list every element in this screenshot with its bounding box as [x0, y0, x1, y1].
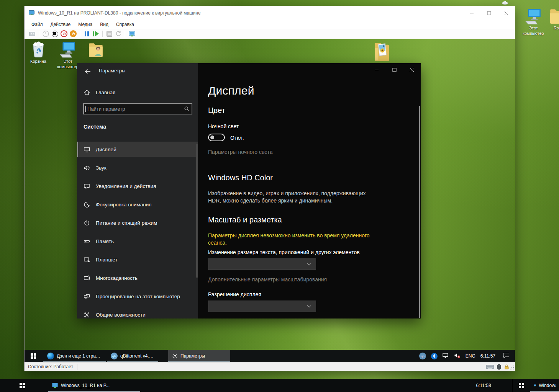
settings-maximize-button[interactable]	[385, 63, 403, 76]
notifications-icon	[84, 183, 90, 189]
sidebar-item-sound[interactable]: Звук	[77, 160, 198, 175]
menu-view[interactable]: Вид	[96, 21, 112, 28]
sidebar-item-label: Питание и спящий режим	[96, 220, 157, 226]
sidebar-item-notifications[interactable]: Уведомления и действия	[77, 178, 198, 194]
main-scrollbar[interactable]	[419, 106, 420, 318]
sidebar-item-storage[interactable]: Память	[77, 234, 198, 249]
host-desktop-icon-folder[interactable]: Ron	[543, 8, 559, 31]
back-button[interactable]	[82, 67, 92, 76]
sidebar-item-label: Память	[96, 238, 114, 244]
sidebar-item-projecting[interactable]: Проецирование на этот компьютер	[77, 289, 198, 304]
settings-close-button[interactable]	[403, 63, 421, 76]
gear-icon	[172, 353, 178, 359]
menu-media[interactable]: Медиа	[74, 21, 96, 28]
menu-file[interactable]: Файл	[28, 21, 47, 28]
sidebar-item-shared-experiences[interactable]: Общие возможности	[77, 307, 198, 318]
toolbar-separator	[39, 31, 39, 37]
volume-muted-icon[interactable]	[454, 353, 461, 360]
desktop-icon-label: Корзина	[25, 59, 53, 64]
language-indicator[interactable]: ENG	[466, 353, 475, 359]
back-arrow-icon	[84, 68, 91, 75]
search-icon	[184, 106, 189, 111]
lock-status-icon	[504, 364, 510, 370]
sidebar-scrollbar[interactable]	[196, 144, 198, 278]
sidebar-item-label: Звук	[96, 165, 107, 171]
save-vm-button[interactable]	[69, 29, 77, 38]
ctrl-alt-del-button[interactable]	[28, 29, 36, 38]
night-light-settings-link[interactable]: Параметры ночного света	[208, 149, 273, 155]
host-clock[interactable]: 6:11:58	[470, 379, 497, 392]
menu-help[interactable]: Справка	[112, 21, 138, 28]
sidebar-item-label: Общие возможности	[96, 312, 146, 318]
this-pc-icon	[524, 8, 543, 25]
statusbar-separator	[77, 364, 77, 370]
toggle-knob	[210, 136, 214, 139]
vm-start-button[interactable]	[25, 350, 42, 362]
vm-desktop-icon-user-folder[interactable]	[82, 41, 111, 59]
qbittorrent-icon: qb	[111, 353, 118, 359]
host-start-button[interactable]	[13, 379, 31, 392]
vm-minimize-button[interactable]	[463, 6, 480, 20]
vm-menubar: Файл Действие Медиа Вид Справка	[25, 20, 515, 29]
host-task-vm-window-2[interactable]: Windows_10_R1 на P.	[530, 379, 559, 392]
task-underline	[168, 361, 230, 362]
search-input[interactable]	[83, 103, 192, 114]
revert-button[interactable]	[114, 29, 123, 38]
sidebar-item-label: Фокусировка внимания	[96, 202, 152, 207]
page-title: Дисплей	[208, 84, 254, 97]
turn-off-vm-button[interactable]	[51, 29, 59, 38]
tray-qbittorrent-icon[interactable]: qb	[419, 353, 426, 359]
text-caret	[85, 106, 86, 112]
vm-statusbar: Состояние: Работает	[25, 362, 515, 371]
hdr-description: Изображение в видео, играх и приложениях…	[208, 190, 374, 204]
sidebar-item-label: Главная	[96, 90, 115, 95]
vm-clock[interactable]: 6:11:57	[480, 353, 495, 359]
shut-down-vm-button[interactable]	[60, 29, 68, 38]
edge-icon	[47, 353, 54, 359]
action-center-icon[interactable]	[503, 353, 510, 360]
vm-connect-icon	[534, 382, 536, 389]
host-start-button-2[interactable]	[513, 379, 529, 392]
vm-maximize-button[interactable]	[480, 6, 498, 20]
resize-grip[interactable]	[510, 366, 514, 370]
storage-icon	[84, 238, 90, 245]
toolbar-separator	[80, 31, 80, 37]
advanced-scaling-link[interactable]: Дополнительные параметры масштабирования	[208, 276, 327, 283]
start-vm-button[interactable]	[41, 29, 50, 38]
host-task-vm-window[interactable]: Windows_10_R1 на P...	[48, 379, 140, 392]
settings-main-panel: Дисплей Цвет Ночной свет Откл. Параметры…	[198, 63, 421, 318]
vm-window-titlebar[interactable]: Windows_10_R1 на PROLIANT-DL380 - подклю…	[25, 6, 515, 20]
sidebar-item-home[interactable]: Главная	[77, 85, 198, 99]
vm-close-button[interactable]	[498, 6, 515, 20]
task-underline	[107, 361, 158, 362]
taskbar-task-settings[interactable]: Параметры	[168, 350, 230, 362]
bluetooth-icon[interactable]	[431, 353, 438, 359]
vm-taskbar: Дзен и еще 1 страни... qb qBittorrent v4…	[25, 350, 515, 362]
host-taskbar: Windows_10_R1 на P... 6:11:58 Windows_10…	[0, 379, 559, 392]
menu-action[interactable]: Действие	[47, 21, 75, 28]
night-light-label: Ночной свет	[208, 123, 239, 129]
sidebar-item-focus-assist[interactable]: Фокусировка внимания	[77, 197, 198, 212]
sidebar-item-power-sleep[interactable]: Питание и спящий режим	[77, 215, 198, 230]
resolution-dropdown[interactable]	[208, 301, 316, 312]
taskbar-task-edge[interactable]: Дзен и еще 1 страни...	[43, 350, 106, 362]
taskbar-task-qbittorrent[interactable]: qb qBittorrent v4.5.2	[107, 350, 158, 362]
pause-vm-button[interactable]	[82, 29, 91, 38]
settings-minimize-button[interactable]	[368, 63, 385, 76]
network-icon[interactable]	[443, 353, 449, 360]
sidebar-item-tablet[interactable]: Планшет	[77, 252, 198, 267]
sidebar-item-display[interactable]: Дисплей	[77, 142, 198, 157]
vm-desktop-icon-pictures-folder[interactable]	[368, 40, 397, 63]
resume-vm-button[interactable]	[92, 29, 100, 38]
scale-dropdown[interactable]	[208, 258, 316, 270]
vm-desktop-icon-recycle-bin[interactable]: Корзина	[25, 41, 53, 64]
sidebar-item-label: Уведомления и действия	[96, 183, 156, 189]
vm-connect-icon	[52, 382, 58, 389]
scale-dropdown-label: Изменение размера текста, приложений и д…	[208, 249, 360, 255]
night-light-toggle[interactable]	[208, 134, 225, 141]
sidebar-item-multitasking[interactable]: Многозадачность	[77, 270, 198, 286]
vm-connection-window: Windows_10_R1 на PROLIANT-DL380 - подклю…	[24, 6, 515, 371]
desktop-icon-label: Ron	[543, 26, 559, 31]
enhanced-session-button[interactable]	[128, 29, 136, 38]
checkpoint-button[interactable]	[105, 29, 113, 38]
